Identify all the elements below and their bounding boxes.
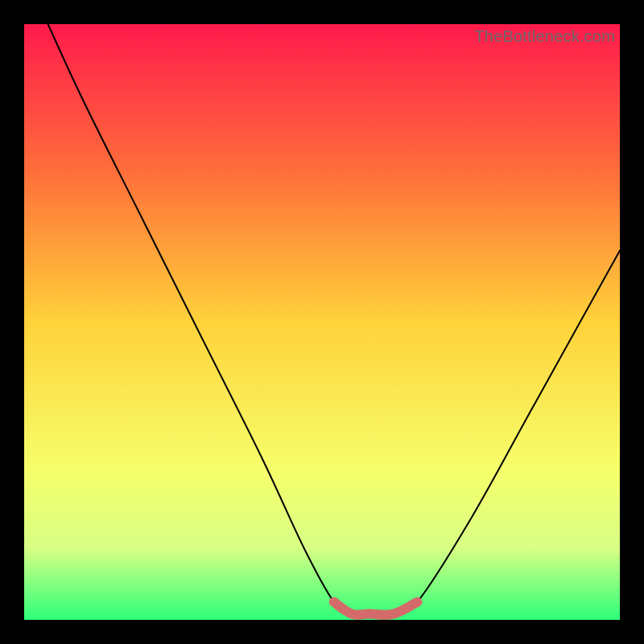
watermark-text: TheBottleneck.com <box>474 27 615 46</box>
bottleneck-curve <box>24 24 620 620</box>
chart-frame: TheBottleneck.com <box>24 24 620 620</box>
